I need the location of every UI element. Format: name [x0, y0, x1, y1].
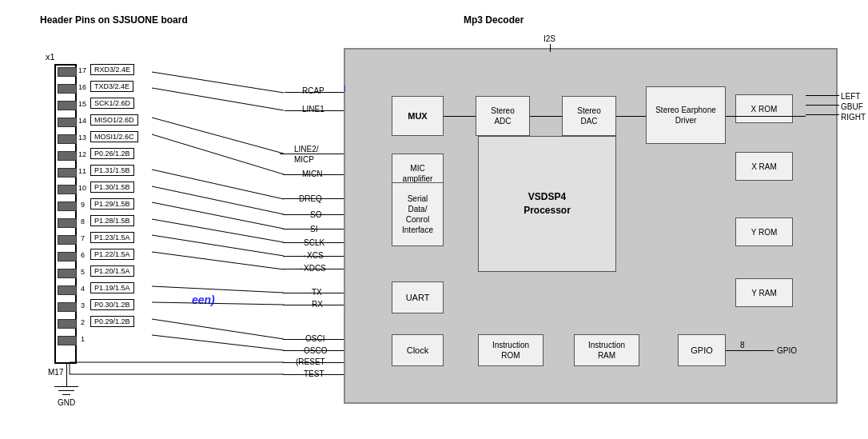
rx-arrow — [283, 305, 344, 305]
x-ram-block: X RAM — [735, 152, 793, 181]
pin-box-5: P1.20/1.5A — [90, 265, 134, 277]
x1-label: x1 — [46, 52, 55, 62]
tx-arrow — [283, 293, 344, 293]
pin-num-4: 4 — [81, 285, 85, 293]
pin-box-3: P0.30/1.2B — [90, 299, 134, 310]
svg-line-9 — [152, 252, 284, 269]
left-arrow — [806, 95, 839, 96]
stereo-dac-block: StereoDAC — [562, 96, 616, 136]
sclk-arrow — [283, 242, 344, 243]
pin-num-1: 1 — [81, 335, 85, 343]
pin-row-3 — [58, 302, 77, 312]
pin-row-7 — [58, 235, 77, 245]
pin-box-6: P1.22/1.5A — [90, 249, 134, 260]
y-ram-block: Y RAM — [735, 278, 793, 307]
stereo-earphone-block: Stereo EarphoneDriver — [646, 86, 726, 144]
rcap-label: RCAP — [302, 86, 325, 95]
svg-line-4 — [152, 170, 284, 199]
svg-line-6 — [152, 202, 284, 229]
earphone-to-out — [726, 116, 806, 117]
gnd-line4 — [62, 394, 70, 395]
pin-row-5 — [58, 269, 77, 278]
pin-box-10: P1.30/1.5B — [90, 182, 134, 193]
pin-row-13 — [58, 134, 77, 144]
dreq-arrow — [283, 198, 344, 199]
pin-box-17: RXD3/2.4E — [90, 64, 134, 75]
pin-box-9: P1.29/1.5B — [90, 198, 134, 210]
svg-line-12 — [152, 319, 284, 339]
m17-label: M17 — [48, 368, 63, 377]
si-arrow — [283, 229, 344, 229]
adc-to-dac — [530, 116, 562, 117]
pin-num-15: 15 — [78, 100, 86, 108]
pin-row-9 — [58, 202, 77, 211]
pin-box-16: TXD3/2.4E — [90, 81, 133, 92]
svg-line-7 — [152, 219, 284, 242]
y-rom-block: Y ROM — [735, 218, 793, 246]
left-output: LEFT — [841, 92, 860, 101]
pin-box-8: P1.28/1.5B — [90, 215, 134, 226]
pin-box-7: P1.23/1.5A — [90, 232, 134, 243]
so-arrow — [283, 214, 344, 215]
mp3-decoder-title: Mp3 Decoder — [464, 14, 524, 26]
een-label: een) — [192, 293, 215, 306]
svg-line-3 — [152, 134, 284, 174]
instruction-ram-block: InstructionRAM — [574, 334, 639, 366]
line1-arrow — [285, 110, 344, 111]
pin-num-16: 16 — [78, 83, 86, 91]
rcap-i-indicator: I — [344, 85, 346, 94]
xdcs-arrow — [283, 269, 344, 269]
reset-arrow — [283, 362, 344, 363]
gbuf-arrow — [806, 105, 839, 106]
pin-box-4: P1.19/1.5A — [90, 282, 134, 293]
pin-num-12: 12 — [78, 150, 86, 158]
pin-num-3: 3 — [81, 301, 85, 309]
test-arrow — [283, 374, 344, 375]
pin-row-17 — [58, 67, 77, 77]
rcap-arrow2 — [312, 92, 344, 93]
dac-to-earphone — [616, 116, 646, 117]
pin-num-14: 14 — [78, 117, 86, 125]
pin-box-11: P1.31/1.5B — [90, 165, 134, 176]
pin-num-8: 8 — [81, 218, 85, 225]
diagram-container: Header Pins on SJSUONE board Mp3 Decoder… — [0, 0, 868, 439]
instruction-rom-block: InstructionROM — [478, 334, 543, 366]
header-pins-title: Header Pins on SJSUONE board — [40, 14, 188, 26]
gpio-num-label: 8 — [740, 341, 745, 349]
right-output: RIGHT — [841, 113, 866, 122]
pin-row-10 — [58, 185, 77, 194]
pin-num-17: 17 — [78, 66, 86, 74]
pin-row-4 — [58, 285, 77, 295]
pin-num-7: 7 — [81, 234, 85, 242]
i2s-label: I2S — [543, 34, 555, 43]
line2-arrow — [280, 154, 344, 154]
pin-row-14 — [58, 118, 77, 127]
osci-arrow — [283, 339, 344, 340]
svg-line-11 — [152, 302, 284, 305]
pin-box-15: SCK1/2.6D — [90, 98, 134, 109]
pin-box-14: MISO1/2.6D — [90, 114, 138, 126]
pin-row-12 — [58, 151, 77, 161]
vsdsp4-block: VSDSP4Processor — [478, 136, 616, 272]
gpio-block: GPIO — [678, 334, 726, 366]
line1-label: LINE1 — [302, 105, 325, 114]
gpio-out-label: GPIO — [777, 346, 797, 355]
pin-box-12: P0.26/1.2B — [90, 148, 134, 159]
pin-box-2: P0.29/1.2B — [90, 316, 134, 327]
gnd-line — [66, 362, 67, 386]
pin-row-1 — [58, 336, 77, 345]
svg-line-10 — [152, 286, 284, 293]
pin-num-2: 2 — [81, 318, 85, 326]
pin-box-13: MOSI1/2.6C — [90, 131, 138, 142]
micn-arrow — [283, 174, 344, 175]
pin-row-15 — [58, 101, 77, 110]
pin-row-6 — [58, 252, 77, 261]
svg-line-0 — [152, 72, 284, 93]
osco-arrow — [283, 350, 344, 351]
pin-row-2 — [58, 319, 77, 329]
gnd-line2 — [54, 386, 78, 387]
mux-to-adc — [444, 116, 476, 117]
gbuf-output: GBUF — [841, 102, 863, 111]
i2s-line — [550, 44, 551, 52]
pin-num-5: 5 — [81, 268, 85, 276]
